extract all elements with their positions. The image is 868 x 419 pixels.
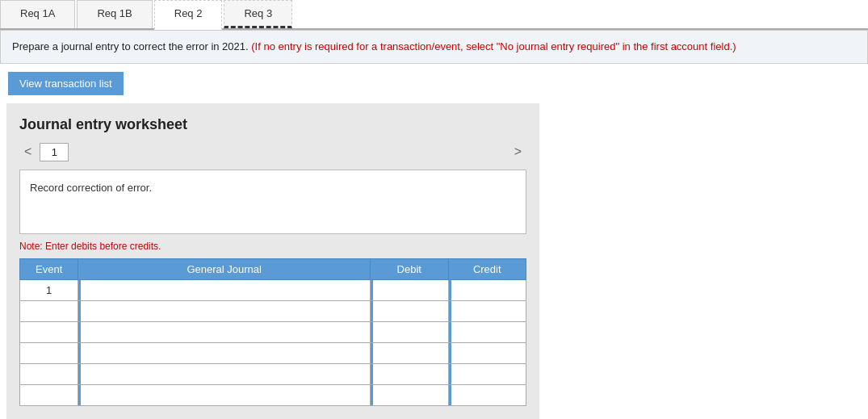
cell-credit-4[interactable]	[448, 363, 526, 384]
table-row: 1	[20, 279, 526, 300]
cell-debit-4[interactable]	[371, 363, 448, 384]
view-transaction-list-label: View transaction list	[19, 78, 112, 90]
journal-table: Event General Journal Debit Credit 1	[19, 258, 526, 406]
cell-debit-5[interactable]	[371, 384, 448, 405]
cell-event-2	[20, 321, 78, 342]
cell-credit-3[interactable]	[448, 342, 526, 363]
cell-event-1	[20, 300, 78, 321]
cell-event-3	[20, 342, 78, 363]
tab-req1a-label: Req 1A	[20, 7, 55, 19]
tab-req1a[interactable]: Req 1A	[0, 0, 75, 28]
cell-debit-1[interactable]	[371, 300, 448, 321]
journal-entry-worksheet: Journal entry worksheet < 1 > Record cor…	[6, 103, 539, 419]
nav-current-page: 1	[40, 143, 69, 161]
cell-credit-5[interactable]	[448, 384, 526, 405]
cell-journal-4[interactable]	[78, 363, 371, 384]
table-row	[20, 342, 526, 363]
col-header-credit: Credit	[448, 258, 526, 279]
nav-next-icon: >	[514, 145, 522, 158]
nav-prev-icon: <	[24, 145, 31, 158]
instruction-area: Prepare a journal entry to correct the e…	[0, 30, 868, 64]
cell-event-5	[20, 384, 78, 405]
instruction-main: Prepare a journal entry to correct the e…	[12, 40, 249, 52]
cell-debit-3[interactable]	[371, 342, 448, 363]
table-row	[20, 321, 526, 342]
col-header-event: Event	[20, 258, 78, 279]
cell-credit-0[interactable]	[448, 279, 526, 300]
col-header-general-journal: General Journal	[78, 258, 371, 279]
cell-journal-0[interactable]	[78, 279, 371, 300]
cell-journal-3[interactable]	[78, 342, 371, 363]
tab-req2[interactable]: Req 2	[154, 0, 223, 30]
table-row	[20, 363, 526, 384]
cell-debit-0[interactable]	[371, 279, 448, 300]
col-header-debit: Debit	[371, 258, 448, 279]
tab-req3[interactable]: Req 3	[224, 0, 292, 28]
record-description-text: Record correction of error.	[30, 182, 152, 194]
table-row	[20, 300, 526, 321]
nav-next-button[interactable]: >	[509, 143, 526, 161]
worksheet-title: Journal entry worksheet	[19, 116, 526, 133]
nav-prev-button[interactable]: <	[19, 143, 36, 161]
cell-journal-2[interactable]	[78, 321, 371, 342]
cell-debit-2[interactable]	[371, 321, 448, 342]
cell-credit-1[interactable]	[448, 300, 526, 321]
cell-event-4	[20, 363, 78, 384]
tab-req1b-label: Req 1B	[97, 7, 132, 19]
worksheet-nav: < 1 >	[19, 143, 526, 161]
cell-journal-1[interactable]	[78, 300, 371, 321]
table-row	[20, 384, 526, 405]
tab-bar: Req 1A Req 1B Req 2 Req 3	[0, 0, 868, 30]
instruction-red: (If no entry is required for a transacti…	[249, 40, 736, 52]
record-description-box: Record correction of error.	[19, 170, 526, 234]
tab-req3-label: Req 3	[244, 7, 272, 19]
cell-event-0: 1	[20, 279, 78, 300]
tab-req2-label: Req 2	[174, 7, 203, 19]
cell-credit-2[interactable]	[448, 321, 526, 342]
cell-journal-5[interactable]	[78, 384, 371, 405]
tab-req1b[interactable]: Req 1B	[77, 0, 152, 28]
note-text: Note: Enter debits before credits.	[19, 241, 526, 252]
view-transaction-list-button[interactable]: View transaction list	[8, 72, 124, 95]
